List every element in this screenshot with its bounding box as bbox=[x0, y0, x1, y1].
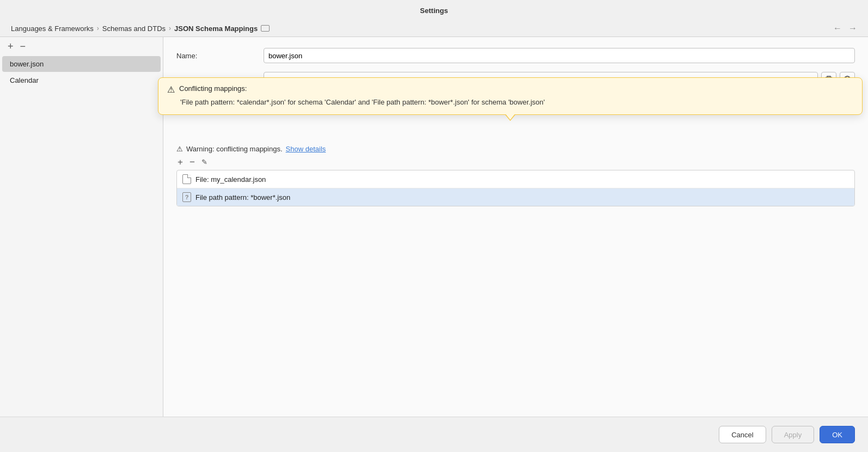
ok-button[interactable]: OK bbox=[820, 426, 855, 443]
show-details-link[interactable]: Show details bbox=[286, 145, 326, 153]
mapping-item-label: File path pattern: *bower*.json bbox=[195, 193, 290, 201]
mapping-list: File: my_calendar.json ? File path patte… bbox=[176, 170, 855, 206]
dialog-title: Settings bbox=[0, 0, 868, 20]
breadcrumb-bar: Languages & Frameworks › Schemas and DTD… bbox=[0, 20, 868, 37]
list-item[interactable]: Calendar bbox=[2, 72, 161, 88]
warning-callout-title: Conflicting mappings: bbox=[179, 84, 247, 93]
breadcrumb-part3: JSON Schema Mappings bbox=[174, 25, 258, 33]
forward-arrow[interactable]: → bbox=[848, 23, 857, 33]
remove-mapping-button[interactable]: − bbox=[188, 157, 196, 167]
breadcrumb-part2: Schemas and DTDs bbox=[102, 25, 166, 33]
edit-mapping-button[interactable]: ✎ bbox=[200, 158, 209, 166]
warning-inline: ⚠ Warning: conflicting mappings. Show de… bbox=[176, 145, 855, 153]
mapping-toolbar: + − ✎ bbox=[176, 157, 855, 167]
warning-inline-text: Warning: conflicting mappings. bbox=[186, 145, 283, 153]
back-arrow[interactable]: ← bbox=[833, 23, 842, 33]
warning-inline-icon: ⚠ bbox=[176, 145, 183, 153]
remove-schema-button[interactable]: − bbox=[19, 41, 27, 51]
main-content: + − bower.json Calendar ⚠ Conflicting ma… bbox=[0, 37, 868, 417]
name-input[interactable] bbox=[264, 48, 855, 63]
warning-callout: ⚠ Conflicting mappings: 'File path patte… bbox=[158, 77, 863, 115]
schema-list: bower.json Calendar bbox=[0, 56, 163, 417]
left-panel: + − bower.json Calendar bbox=[0, 37, 163, 417]
breadcrumb-sep2: › bbox=[169, 25, 171, 32]
cancel-button[interactable]: Cancel bbox=[719, 426, 766, 443]
add-mapping-button[interactable]: + bbox=[176, 157, 184, 167]
breadcrumb-part1: Languages & Frameworks bbox=[11, 25, 94, 33]
mappings-section: ⚠ Warning: conflicting mappings. Show de… bbox=[176, 145, 855, 206]
file-icon bbox=[182, 174, 191, 184]
mapping-item[interactable]: File: my_calendar.json bbox=[177, 170, 854, 188]
list-item[interactable]: bower.json bbox=[2, 56, 161, 72]
list-toolbar: + − bbox=[0, 37, 163, 56]
collapse-icon[interactable] bbox=[261, 25, 270, 32]
mapping-item-label: File: my_calendar.json bbox=[195, 175, 266, 184]
right-panel: ⚠ Conflicting mappings: 'File path patte… bbox=[163, 37, 868, 417]
warning-callout-body: 'File path pattern: *calendar*.json' for… bbox=[167, 97, 853, 108]
add-schema-button[interactable]: + bbox=[7, 41, 15, 51]
breadcrumb-sep1: › bbox=[97, 25, 99, 32]
dialog-footer: Cancel Apply OK bbox=[0, 417, 868, 452]
apply-button[interactable]: Apply bbox=[772, 426, 815, 443]
name-label: Name: bbox=[176, 52, 264, 60]
warning-callout-icon: ⚠ bbox=[167, 84, 175, 95]
pattern-icon: ? bbox=[182, 192, 191, 202]
name-field-row: Name: bbox=[176, 48, 855, 63]
mapping-item[interactable]: ? File path pattern: *bower*.json bbox=[177, 188, 854, 206]
breadcrumb: Languages & Frameworks › Schemas and DTD… bbox=[11, 25, 270, 33]
nav-arrows: ← → bbox=[833, 23, 857, 33]
